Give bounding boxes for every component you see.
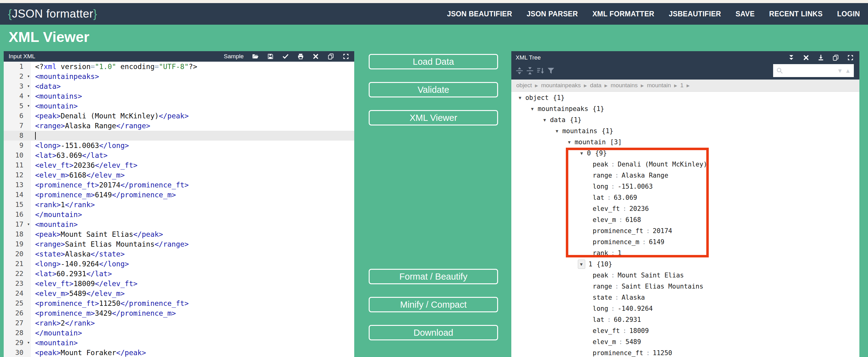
code-text[interactable]: <?xml version="1.0" encoding="UTF-8"?> [31,62,354,71]
toggle-node-icon[interactable]: ▼ [580,148,583,159]
code-text[interactable]: <elev_m>6168</elev_m> [31,170,354,180]
code-text[interactable]: <elev_ft>18009</elev_ft> [31,279,354,289]
filter-icon[interactable] [547,67,555,75]
nav-json-beautifier[interactable]: JSON BEAUTIFIER [447,10,512,18]
code-text[interactable]: <lat>60.2931</lat> [31,269,354,279]
breadcrumb-item[interactable]: data [590,82,601,89]
fold-toggle-icon[interactable]: ▾ [27,81,30,91]
tree-search-input[interactable] [783,67,835,75]
code-text[interactable]: <elev_m>5489</elev_m> [31,289,354,298]
nav-xml-formatter[interactable]: XML FORMATTER [592,10,654,18]
code-text[interactable] [31,131,354,141]
fold-toggle-icon[interactable]: ▾ [27,337,30,348]
toggle-node-button[interactable]: ▼ [578,260,585,269]
nav-jsbeautifier[interactable]: JSBEAUTIFIER [669,10,721,18]
breadcrumb-item[interactable]: mountains [611,82,638,89]
format-beautify-button[interactable]: Format / Beautify [369,269,498,284]
code-text[interactable]: <mountain> [31,101,354,111]
expand-rows-icon[interactable] [516,67,523,75]
code-text[interactable]: </mountain> [31,328,354,338]
code-text[interactable]: <prominence_m>6149</prominence_m> [31,190,354,200]
copy-icon[interactable] [832,54,839,61]
tree-row: prominence_ft:11250 [511,348,859,357]
download-icon[interactable] [817,54,824,61]
collapse-rows-icon[interactable] [526,67,534,75]
node-label: mountainpeaks [537,105,588,113]
node-value: 20236 [629,205,649,212]
key-value-separator: : [611,183,615,190]
code-text[interactable]: <mountains> [31,91,354,101]
site-logo[interactable]: {JSON formatter} [8,7,97,20]
code-text[interactable]: <peak>Mount Saint Elias</peak> [31,229,354,239]
code-text[interactable]: <range>Alaska Range</range> [31,121,354,131]
code-text[interactable]: <data> [31,81,354,91]
code-text[interactable]: <mountainpeaks> [31,71,354,81]
toggle-node-icon[interactable]: ▼ [531,103,533,114]
xml-code-editor[interactable]: 1<?xml version="1.0" encoding="UTF-8"?>2… [4,62,354,357]
breadcrumb-item[interactable]: 1 [680,82,683,89]
breadcrumb-item[interactable]: object [516,82,532,89]
toggle-node-icon[interactable]: ▼ [544,114,546,125]
clear-icon[interactable] [312,53,319,60]
code-text[interactable]: <rank>1</rank> [31,200,354,210]
nav-json-parser[interactable]: JSON PARSER [527,10,578,18]
sample-button[interactable]: Sample [224,53,244,60]
code-text[interactable]: <peak>Mount Foraker</peak> [31,348,354,357]
code-text[interactable]: </mountain> [31,210,354,219]
toggle-node-icon[interactable]: ▼ [519,92,521,103]
code-line: 4▾<mountains> [4,91,354,101]
nav-save[interactable]: SAVE [736,10,755,18]
nav-recent-links[interactable]: RECENT LINKS [769,10,823,18]
fold-toggle-icon[interactable]: ▾ [27,219,30,229]
code-text[interactable]: <prominence_ft>20174</prominence_ft> [31,180,354,190]
code-text[interactable]: <peak>Denali (Mount McKinley)</peak> [31,111,354,121]
tree-row: elev_ft:20236 [511,203,859,214]
code-text[interactable]: <range>Saint Elias Mountains</range> [31,239,354,249]
fold-toggle-icon[interactable]: ▾ [27,71,30,81]
code-text[interactable]: <mountain> [31,338,354,348]
xml-viewer-button[interactable]: XML Viewer [369,110,498,125]
toggle-node-icon[interactable]: ▼ [556,125,558,137]
line-number: 2▾ [4,71,31,81]
node-key: long [593,183,608,190]
copy-icon[interactable] [328,53,334,60]
open-file-icon[interactable] [252,53,259,60]
code-text[interactable]: <prominence_ft>11250</prominence_ft> [31,298,354,308]
code-text[interactable]: <elev_ft>20236</elev_ft> [31,160,354,170]
code-text[interactable]: <state>Alaska</state> [31,249,354,259]
print-icon[interactable] [297,53,304,60]
navbar-menu: JSON BEAUTIFIERJSON PARSERXML FORMATTERJ… [447,10,860,18]
code-text[interactable]: <long>-140.9264</long> [31,259,354,269]
code-text[interactable]: <lat>63.069</lat> [31,150,354,160]
breadcrumb-separator-icon: ▶ [584,83,587,88]
fullscreen-icon[interactable] [343,53,349,60]
save-icon[interactable] [267,53,274,60]
toggle-node-icon[interactable]: ▼ [580,260,583,269]
sort-icon[interactable] [536,67,544,75]
expand-all-icon[interactable] [788,54,795,61]
breadcrumb-item[interactable]: mountain [647,82,671,89]
text-cursor [35,132,36,140]
download-button[interactable]: Download [369,325,498,340]
minify-compact-button[interactable]: Minify / Compact [369,297,498,312]
nav-login[interactable]: LOGIN [837,10,860,18]
next-match-icon[interactable]: ▼ [837,68,843,74]
breadcrumb-item[interactable]: mountainpeaks [541,82,581,89]
fold-toggle-icon[interactable]: ▾ [27,91,30,101]
check-icon[interactable] [282,53,289,60]
fullscreen-icon[interactable] [847,54,854,61]
validate-button[interactable]: Validate [369,82,498,97]
line-number: 18 [4,229,31,239]
code-line: 10<lat>63.069</lat> [4,150,354,160]
line-number: 21 [4,259,31,269]
toggle-node-icon[interactable]: ▼ [568,137,570,148]
code-text[interactable]: <mountain> [31,219,354,229]
close-icon[interactable] [803,54,809,61]
prev-match-icon[interactable]: ▲ [845,68,851,74]
code-text[interactable]: <long>-151.0063</long> [31,141,354,150]
code-text[interactable]: <prominence_m>3429</prominence_m> [31,308,354,318]
load-data-button[interactable]: Load Data [369,54,498,69]
fold-toggle-icon[interactable]: ▾ [27,101,30,111]
node-key: lat [593,316,604,323]
code-text[interactable]: <rank>2</rank> [31,318,354,328]
